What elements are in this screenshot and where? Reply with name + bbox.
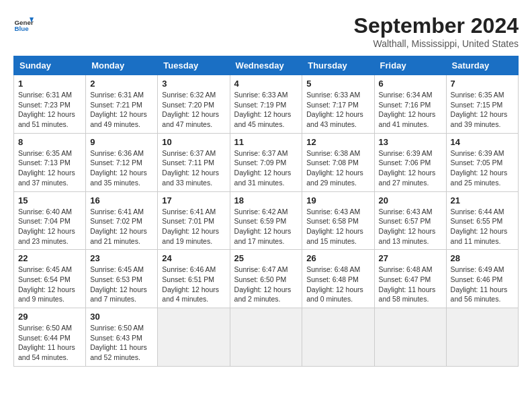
day-info: Sunrise: 6:37 AMSunset: 7:09 PMDaylight:…: [234, 149, 292, 187]
calendar-cell: 14Sunrise: 6:39 AMSunset: 7:05 PMDayligh…: [446, 133, 518, 191]
day-number: 29: [18, 312, 81, 322]
day-info: Sunrise: 6:31 AMSunset: 7:21 PMDaylight:…: [90, 91, 147, 128]
calendar-cell: [158, 308, 230, 367]
calendar-cell: 15Sunrise: 6:40 AMSunset: 7:04 PMDayligh…: [14, 191, 86, 250]
calendar-cell: 25Sunrise: 6:47 AMSunset: 6:50 PMDayligh…: [230, 250, 302, 308]
day-number: 8: [18, 137, 81, 147]
day-number: 19: [306, 195, 369, 205]
col-wednesday: Wednesday: [230, 56, 302, 75]
calendar-cell: 3Sunrise: 6:32 AMSunset: 7:20 PMDaylight…: [158, 75, 230, 134]
day-number: 9: [90, 137, 153, 147]
col-tuesday: Tuesday: [158, 56, 230, 75]
day-info: Sunrise: 6:37 AMSunset: 7:11 PMDaylight:…: [162, 149, 219, 187]
day-info: Sunrise: 6:45 AMSunset: 6:53 PMDaylight:…: [90, 265, 147, 303]
calendar-cell: 4Sunrise: 6:33 AMSunset: 7:19 PMDaylight…: [230, 75, 302, 134]
day-info: Sunrise: 6:46 AMSunset: 6:51 PMDaylight:…: [162, 265, 219, 303]
col-monday: Monday: [86, 56, 158, 75]
calendar-week-5: 29Sunrise: 6:50 AMSunset: 6:44 PMDayligh…: [14, 308, 519, 367]
day-info: Sunrise: 6:49 AMSunset: 6:46 PMDaylight:…: [451, 265, 508, 303]
svg-text:Blue: Blue: [15, 25, 30, 32]
col-friday: Friday: [374, 56, 446, 75]
calendar-cell: [302, 308, 374, 367]
day-info: Sunrise: 6:39 AMSunset: 7:06 PMDaylight:…: [379, 149, 436, 187]
day-info: Sunrise: 6:42 AMSunset: 6:59 PMDaylight:…: [234, 208, 292, 245]
day-number: 26: [306, 253, 369, 263]
calendar-week-4: 22Sunrise: 6:45 AMSunset: 6:54 PMDayligh…: [14, 250, 519, 308]
day-info: Sunrise: 6:31 AMSunset: 7:23 PMDaylight:…: [18, 91, 75, 128]
day-number: 14: [451, 137, 514, 147]
day-info: Sunrise: 6:48 AMSunset: 6:47 PMDaylight:…: [379, 265, 436, 303]
calendar-cell: 6Sunrise: 6:34 AMSunset: 7:16 PMDaylight…: [374, 75, 446, 134]
title-block: September 2024 Walthall, Mississippi, Un…: [354, 13, 519, 49]
day-info: Sunrise: 6:48 AMSunset: 6:48 PMDaylight:…: [306, 265, 363, 303]
day-info: Sunrise: 6:38 AMSunset: 7:08 PMDaylight:…: [306, 149, 363, 187]
header-row: Sunday Monday Tuesday Wednesday Thursday…: [14, 56, 519, 75]
day-info: Sunrise: 6:50 AMSunset: 6:44 PMDaylight:…: [18, 324, 75, 361]
day-info: Sunrise: 6:50 AMSunset: 6:43 PMDaylight:…: [90, 324, 147, 361]
day-number: 24: [162, 253, 225, 263]
day-info: Sunrise: 6:44 AMSunset: 6:55 PMDaylight:…: [451, 208, 508, 245]
day-number: 28: [451, 253, 514, 263]
day-number: 27: [379, 253, 442, 263]
calendar-cell: 18Sunrise: 6:42 AMSunset: 6:59 PMDayligh…: [230, 191, 302, 250]
day-info: Sunrise: 6:39 AMSunset: 7:05 PMDaylight:…: [451, 149, 508, 187]
calendar-cell: 5Sunrise: 6:33 AMSunset: 7:17 PMDaylight…: [302, 75, 374, 134]
day-number: 5: [306, 79, 369, 89]
day-info: Sunrise: 6:41 AMSunset: 7:01 PMDaylight:…: [162, 208, 219, 245]
day-info: Sunrise: 6:34 AMSunset: 7:16 PMDaylight:…: [379, 91, 436, 128]
day-number: 25: [234, 253, 298, 263]
logo: General Blue: [13, 13, 34, 34]
location: Walthall, Mississippi, United States: [354, 38, 519, 49]
calendar-week-3: 15Sunrise: 6:40 AMSunset: 7:04 PMDayligh…: [14, 191, 519, 250]
day-number: 6: [379, 79, 442, 89]
day-info: Sunrise: 6:36 AMSunset: 7:12 PMDaylight:…: [90, 149, 147, 187]
logo-icon: General Blue: [13, 13, 34, 34]
day-info: Sunrise: 6:32 AMSunset: 7:20 PMDaylight:…: [162, 91, 219, 128]
day-number: 17: [162, 195, 225, 205]
calendar-cell: 13Sunrise: 6:39 AMSunset: 7:06 PMDayligh…: [374, 133, 446, 191]
calendar-cell: [230, 308, 302, 367]
day-number: 30: [90, 312, 153, 322]
calendar-cell: 8Sunrise: 6:35 AMSunset: 7:13 PMDaylight…: [14, 133, 86, 191]
day-info: Sunrise: 6:35 AMSunset: 7:15 PMDaylight:…: [451, 91, 508, 128]
calendar-week-1: 1Sunrise: 6:31 AMSunset: 7:23 PMDaylight…: [14, 75, 519, 134]
day-info: Sunrise: 6:35 AMSunset: 7:13 PMDaylight:…: [18, 149, 75, 187]
day-info: Sunrise: 6:40 AMSunset: 7:04 PMDaylight:…: [18, 208, 75, 245]
calendar-cell: 12Sunrise: 6:38 AMSunset: 7:08 PMDayligh…: [302, 133, 374, 191]
calendar-week-2: 8Sunrise: 6:35 AMSunset: 7:13 PMDaylight…: [14, 133, 519, 191]
day-number: 20: [379, 195, 442, 205]
calendar-cell: 22Sunrise: 6:45 AMSunset: 6:54 PMDayligh…: [14, 250, 86, 308]
day-number: 21: [451, 195, 514, 205]
calendar-table: Sunday Monday Tuesday Wednesday Thursday…: [13, 56, 519, 367]
day-info: Sunrise: 6:45 AMSunset: 6:54 PMDaylight:…: [18, 265, 75, 303]
day-info: Sunrise: 6:33 AMSunset: 7:17 PMDaylight:…: [306, 91, 363, 128]
day-number: 15: [18, 195, 81, 205]
calendar-cell: 30Sunrise: 6:50 AMSunset: 6:43 PMDayligh…: [86, 308, 158, 367]
calendar-cell: 9Sunrise: 6:36 AMSunset: 7:12 PMDaylight…: [86, 133, 158, 191]
day-number: 4: [234, 79, 298, 89]
day-number: 22: [18, 253, 81, 263]
calendar-cell: 29Sunrise: 6:50 AMSunset: 6:44 PMDayligh…: [14, 308, 86, 367]
calendar-cell: 23Sunrise: 6:45 AMSunset: 6:53 PMDayligh…: [86, 250, 158, 308]
day-info: Sunrise: 6:41 AMSunset: 7:02 PMDaylight:…: [90, 208, 147, 245]
day-number: 7: [451, 79, 514, 89]
day-number: 3: [162, 79, 225, 89]
calendar-cell: 2Sunrise: 6:31 AMSunset: 7:21 PMDaylight…: [86, 75, 158, 134]
month-title: September 2024: [354, 13, 519, 38]
calendar-cell: [374, 308, 446, 367]
day-info: Sunrise: 6:47 AMSunset: 6:50 PMDaylight:…: [234, 265, 292, 303]
day-info: Sunrise: 6:33 AMSunset: 7:19 PMDaylight:…: [234, 91, 292, 128]
calendar-cell: 21Sunrise: 6:44 AMSunset: 6:55 PMDayligh…: [446, 191, 518, 250]
day-number: 13: [379, 137, 442, 147]
calendar-cell: 27Sunrise: 6:48 AMSunset: 6:47 PMDayligh…: [374, 250, 446, 308]
calendar-cell: 16Sunrise: 6:41 AMSunset: 7:02 PMDayligh…: [86, 191, 158, 250]
calendar-cell: 10Sunrise: 6:37 AMSunset: 7:11 PMDayligh…: [158, 133, 230, 191]
day-info: Sunrise: 6:43 AMSunset: 6:58 PMDaylight:…: [306, 208, 363, 245]
day-number: 1: [18, 79, 81, 89]
day-number: 10: [162, 137, 225, 147]
calendar-cell: 7Sunrise: 6:35 AMSunset: 7:15 PMDaylight…: [446, 75, 518, 134]
page-header: General Blue September 2024 Walthall, Mi…: [13, 13, 519, 49]
day-number: 18: [234, 195, 298, 205]
calendar-cell: 17Sunrise: 6:41 AMSunset: 7:01 PMDayligh…: [158, 191, 230, 250]
day-number: 2: [90, 79, 153, 89]
